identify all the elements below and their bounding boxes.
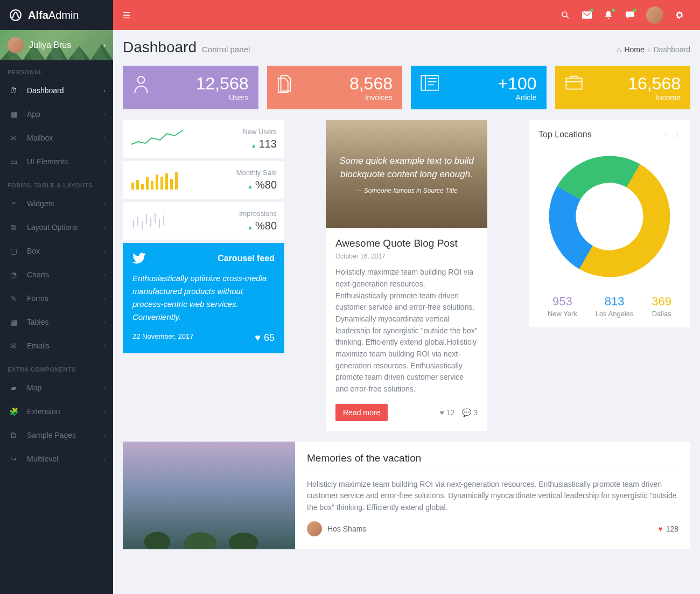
nav-icon: ✉	[8, 341, 19, 350]
twitter-card: Carousel feed Enthusiastically optimize …	[123, 243, 284, 353]
svg-rect-14	[146, 177, 149, 190]
sidebar-item-mailbox[interactable]: ✉Mailbox›	[0, 126, 113, 150]
chevron-right-icon: ›	[103, 224, 106, 230]
stat-card: 16,568Income	[555, 66, 691, 109]
bell-icon[interactable]	[598, 4, 619, 26]
sidebar-item-forms[interactable]: ✎Forms›	[0, 286, 113, 310]
article-hearts: 128	[666, 525, 678, 533]
stat-icon	[277, 74, 298, 94]
nav-label: Forms	[27, 294, 48, 303]
sidebar-item-emails[interactable]: ✉Emails›	[0, 334, 113, 358]
stat-value: 16,568	[586, 74, 681, 93]
sidebar-item-charts[interactable]: ◔Charts›	[0, 263, 113, 286]
breadcrumb: ⌂ Home › Dashboard	[617, 45, 690, 54]
brand-light: Admin	[48, 9, 79, 21]
barchart-icon	[130, 169, 184, 191]
blog-comments[interactable]: 💬 3	[462, 408, 478, 417]
caret-up-icon: ▲	[247, 183, 253, 190]
chevron-right-icon: ›	[103, 343, 106, 349]
blog-hearts[interactable]: ♥ 12	[440, 408, 455, 417]
sidebar-item-map[interactable]: ▰Map›	[0, 376, 113, 400]
chat-icon[interactable]	[619, 4, 641, 26]
sidebar-item-ui-elements[interactable]: ▭UI Elements›	[0, 150, 113, 173]
location-stat: 369Dallas	[652, 295, 671, 318]
svg-rect-19	[170, 179, 173, 190]
sparkline-icon	[130, 128, 184, 150]
nav-icon: ▦	[8, 110, 19, 118]
heart-icon: ♥	[440, 408, 444, 417]
svg-rect-17	[160, 177, 163, 190]
circle-icon[interactable]: ○	[665, 131, 669, 138]
stat-icon	[565, 74, 586, 90]
blog-hero: Some quick example text to build blockqu…	[326, 120, 487, 228]
locations-title: Top Locations	[538, 130, 592, 139]
stat-label: Users	[154, 93, 249, 102]
sidebar-item-multilevel[interactable]: ↪Multilevel›	[0, 447, 113, 471]
search-icon[interactable]	[555, 4, 576, 26]
nav-icon: 🧩	[8, 407, 19, 416]
caret-up-icon: ▲	[247, 224, 253, 230]
stat-card: 8,568Invoices	[267, 66, 403, 109]
mini-value: %80	[255, 179, 277, 191]
svg-rect-15	[151, 181, 153, 190]
nav-label: Box	[27, 247, 40, 255]
stat-label: Income	[586, 93, 681, 102]
menu-toggle[interactable]: ☰	[123, 10, 130, 20]
location-city: Dallas	[652, 310, 671, 318]
crumb-home[interactable]: Home	[624, 45, 644, 54]
brand-logo[interactable]: AlfaAdmin	[0, 0, 113, 30]
twitter-likes: 65	[264, 332, 275, 344]
chevron-right-icon: ›	[103, 432, 106, 438]
article-body: Holisticly maximize team building ROI vi…	[307, 479, 678, 514]
user-panel[interactable]: Juliya Brus ›	[0, 30, 113, 60]
sidebar-item-widgets[interactable]: ≡Widgets›	[0, 192, 113, 215]
more-icon[interactable]: ⋮	[674, 131, 681, 138]
svg-rect-11	[131, 183, 134, 190]
twitter-body: Enthusiastically optimize cross-media ma…	[132, 272, 275, 324]
sidebar-item-layout-options[interactable]: ⧉Layout Options›	[0, 215, 113, 239]
sidebar-item-extension[interactable]: 🧩Extension›	[0, 400, 113, 423]
nav-label: Map	[27, 383, 41, 392]
mail-icon[interactable]	[576, 4, 598, 26]
nav-label: Charts	[27, 270, 49, 279]
mini-impressions: Impressions▲%80	[123, 202, 284, 240]
nav-label: Widgets	[27, 199, 54, 208]
nav-label: Layout Options	[27, 223, 78, 232]
sidebar-item-box[interactable]: ▢Box›	[0, 239, 113, 263]
stat-label: Article	[442, 93, 537, 102]
heart-icon: ♥	[255, 332, 261, 344]
nav-label: Emails	[27, 341, 50, 350]
nav-icon: ◔	[8, 270, 19, 279]
read-more-button[interactable]: Read more	[335, 404, 388, 421]
sidebar-item-tables[interactable]: ▦Tables›	[0, 310, 113, 334]
article-card: Memories of the vacation Holisticly maxi…	[123, 442, 690, 549]
nav-icon: ⧉	[8, 223, 19, 232]
page-title: Dashboard	[123, 39, 197, 56]
chevron-right-icon: ›	[103, 41, 106, 49]
svg-rect-16	[156, 174, 158, 190]
sidebar-item-sample-pages[interactable]: 🗎Sample Pages›	[0, 423, 113, 447]
sidebar-item-dashboard[interactable]: ⏱Dashboard›	[0, 79, 113, 102]
locations-card: Top Locations ○ ⋮ 953New York813	[529, 120, 690, 327]
stat-icon	[132, 74, 154, 94]
chevron-right-icon: ›	[103, 200, 106, 207]
svg-rect-18	[165, 173, 168, 190]
svg-point-1	[562, 12, 567, 17]
mini-title: Monthly Sale	[184, 169, 277, 177]
avatar	[307, 521, 322, 536]
twitter-date: 22 November, 2017	[132, 332, 193, 344]
chevron-right-icon: ›	[103, 87, 106, 94]
sidebar-item-app[interactable]: ▦App›	[0, 102, 113, 126]
nav-label: Mailbox	[27, 134, 53, 142]
gear-icon[interactable]	[669, 4, 690, 26]
blog-quote: Some quick example text to build blockqu…	[337, 154, 477, 181]
blog-date: October 16, 2017	[335, 253, 478, 260]
chevron-right-icon: ›	[103, 319, 106, 325]
article-author: Hos Shams	[327, 525, 366, 533]
donut-chart	[538, 149, 681, 284]
nav-icon: 🗎	[8, 431, 19, 439]
sidebar: AlfaAdmin Juliya Brus › PERSONAL⏱Dashboa…	[0, 0, 113, 594]
user-avatar[interactable]	[646, 6, 663, 24]
chevron-right-icon: ›	[103, 271, 106, 278]
chevron-right-icon: ›	[103, 135, 106, 141]
